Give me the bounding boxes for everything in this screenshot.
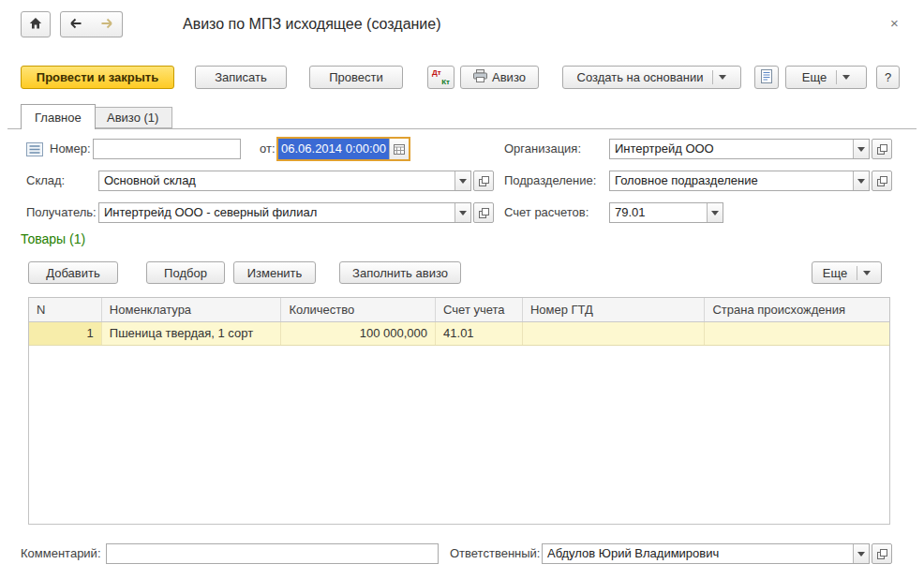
receiver-open-button[interactable]	[473, 202, 494, 223]
help-button[interactable]: ?	[876, 66, 900, 89]
department-select[interactable]: Головное подразделение	[609, 171, 870, 191]
receiver-value: Интертрейд ООО - северный филиал	[99, 203, 455, 222]
help-label: ?	[885, 70, 891, 84]
organization-open-button[interactable]	[872, 139, 892, 159]
organization-value: Интертрейд ООО	[610, 140, 853, 158]
column-header-quantity: Количество	[281, 298, 436, 321]
open-field-icon	[478, 207, 490, 219]
add-row-label: Добавить	[46, 266, 99, 280]
goods-more-button[interactable]: Еще	[812, 261, 882, 284]
calendar-button[interactable]	[389, 139, 409, 159]
number-input[interactable]	[93, 139, 241, 159]
tab-main[interactable]: Главное	[21, 104, 96, 129]
create-based-on-button[interactable]: Создать на основании	[562, 66, 741, 89]
toolbar-more-button[interactable]: Еще	[785, 66, 867, 89]
warehouse-open-button[interactable]	[473, 171, 494, 191]
settlement-account-select[interactable]: 79.01	[609, 202, 723, 223]
chevron-down-icon	[842, 75, 850, 80]
cell-nomenclature[interactable]: Пшеница твердая, 1 сорт	[102, 322, 282, 345]
chevron-down-icon	[459, 211, 467, 215]
print-aviso-label: Авизо	[492, 70, 526, 84]
comment-input[interactable]	[106, 543, 439, 564]
column-header-country: Страна происхождения	[705, 298, 889, 321]
home-icon	[28, 16, 43, 34]
page-title: Авизо по МПЗ исходящее (создание)	[183, 16, 441, 33]
goods-table-header: N Номенклатура Количество Счет учета Ном…	[29, 298, 889, 322]
pick-label: Подбор	[164, 266, 207, 280]
button-separator	[857, 266, 857, 280]
responsible-label: Ответственный:	[450, 543, 540, 564]
column-header-n: N	[29, 298, 102, 321]
button-separator	[836, 70, 837, 84]
tab-aviso-label: Авизо (1)	[107, 111, 158, 125]
department-value: Головное подразделение	[610, 171, 853, 190]
close-button[interactable]: ×	[890, 15, 899, 31]
cell-n[interactable]: 1	[29, 322, 102, 345]
cell-gtd[interactable]	[523, 322, 706, 345]
receiver-select[interactable]: Интертрейд ООО - северный филиал	[98, 202, 471, 223]
dtkt-icon: Дт Кт	[432, 69, 450, 86]
edit-button[interactable]: Изменить	[233, 261, 316, 284]
receiver-dropdown-button[interactable]	[455, 203, 470, 222]
goods-more-label: Еще	[823, 266, 847, 280]
show-postings-button[interactable]: Дт Кт	[427, 66, 455, 89]
home-button[interactable]	[21, 11, 51, 37]
back-button[interactable]	[60, 11, 92, 37]
fill-aviso-label: Заполнить авизо	[352, 266, 448, 280]
post-button[interactable]: Провести	[309, 66, 403, 89]
chevron-down-icon	[857, 147, 865, 152]
settlement-account-label: Счет расчетов:	[504, 202, 589, 223]
cell-account[interactable]: 41.01	[436, 322, 523, 345]
responsible-dropdown-button[interactable]	[853, 544, 869, 563]
print-aviso-button[interactable]: Авизо	[460, 66, 539, 89]
chevron-down-icon	[459, 179, 467, 184]
save-button[interactable]: Записать	[195, 66, 287, 89]
responsible-select[interactable]: Абдулов Юрий Владимирович	[542, 543, 870, 564]
related-documents-button[interactable]	[754, 66, 779, 89]
forward-button[interactable]	[91, 11, 123, 37]
save-label: Записать	[215, 70, 267, 84]
fill-aviso-button[interactable]: Заполнить авизо	[339, 261, 461, 284]
organization-label: Организация:	[504, 139, 581, 159]
post-and-close-button[interactable]: Провести и закрыть	[21, 66, 174, 89]
settlement-account-dropdown-button[interactable]	[707, 203, 723, 222]
comment-label: Комментарий:	[21, 543, 101, 564]
post-and-close-label: Провести и закрыть	[37, 70, 158, 84]
open-field-icon	[876, 143, 888, 156]
add-row-button[interactable]: Добавить	[28, 261, 118, 284]
post-label: Провести	[329, 70, 383, 84]
pick-button[interactable]: Подбор	[146, 261, 225, 284]
chevron-down-icon	[719, 75, 726, 80]
column-header-account: Счет учета	[436, 298, 523, 321]
receiver-label: Получатель:	[26, 202, 97, 223]
table-row[interactable]: 1 Пшеница твердая, 1 сорт 100 000,000 41…	[29, 322, 889, 346]
chevron-down-icon	[711, 211, 719, 215]
chevron-down-icon	[857, 179, 865, 184]
responsible-value: Абдулов Юрий Владимирович	[543, 544, 853, 563]
responsible-open-button[interactable]	[872, 543, 892, 564]
cell-country[interactable]	[705, 322, 889, 345]
date-input[interactable]: 06.06.2014 0:00:00	[276, 137, 410, 161]
warehouse-dropdown-button[interactable]	[455, 171, 470, 190]
toolbar-more-label: Еще	[802, 70, 827, 84]
chevron-down-icon	[857, 552, 865, 557]
open-field-icon	[876, 175, 888, 187]
department-open-button[interactable]	[872, 171, 892, 191]
tab-aviso[interactable]: Авизо (1)	[93, 107, 172, 128]
date-label: от:	[260, 139, 276, 159]
warehouse-select[interactable]: Основной склад	[98, 171, 471, 191]
column-header-nomenclature: Номенклатура	[102, 298, 282, 321]
cell-quantity[interactable]: 100 000,000	[281, 322, 436, 345]
warehouse-value: Основной склад	[99, 171, 455, 190]
chevron-down-icon	[863, 271, 871, 275]
create-based-on-label: Создать на основании	[577, 70, 704, 84]
organization-dropdown-button[interactable]	[853, 140, 869, 158]
number-label: Номер:	[50, 139, 91, 159]
organization-select[interactable]: Интертрейд ООО	[609, 139, 870, 159]
tab-strip-line	[7, 128, 917, 129]
document-icon	[760, 69, 773, 86]
date-value-selected: 06.06.2014 0:00:00	[278, 139, 389, 159]
aviso-document-window: { "colors": { "primary_button": "#fecb24…	[0, 0, 924, 579]
row-marker-icon	[26, 142, 43, 159]
department-dropdown-button[interactable]	[853, 171, 869, 190]
